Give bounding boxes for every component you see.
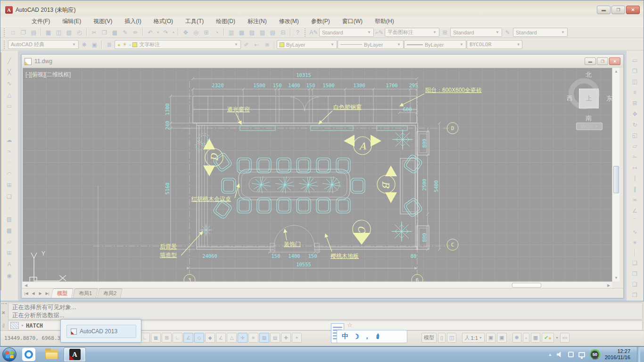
taskbar-thumbnail-popup[interactable]: AutoCAD 2013 bbox=[60, 319, 141, 343]
dynamic-ucs-button[interactable]: △ bbox=[227, 333, 237, 343]
viewcube-north[interactable]: 北 bbox=[586, 71, 592, 79]
toolbar-button[interactable] bbox=[86, 27, 87, 36]
tray-expand-icon[interactable]: ▲ bbox=[548, 353, 552, 357]
toolbar-grip[interactable] bbox=[305, 28, 307, 37]
antivirus-score-icon[interactable]: 50 bbox=[590, 349, 600, 360]
arc-icon[interactable]: ⌒ bbox=[4, 112, 14, 122]
infer-constraints-button[interactable]: ∟ bbox=[140, 333, 150, 343]
workspace-switching-button[interactable]: ❋ bbox=[512, 333, 521, 343]
pan-icon[interactable]: ✥ bbox=[181, 27, 190, 37]
viewport-controls[interactable]: [-][俯视][二维线框] bbox=[25, 71, 71, 79]
zoom-realtime-icon[interactable]: ◎ bbox=[191, 27, 201, 37]
toolbar-button[interactable] bbox=[41, 27, 41, 36]
minimize-button[interactable]: ▬ bbox=[597, 6, 611, 14]
revision-cloud-icon[interactable]: ☁ bbox=[4, 135, 14, 145]
ellipse-icon[interactable]: ◌ bbox=[4, 157, 14, 167]
horizontal-scrollbar[interactable]: ◀ ▶ bbox=[23, 281, 612, 288]
drawing-title-bar[interactable]: 11.dwg ▬ ❐ ✕ bbox=[22, 55, 623, 68]
menu-tools[interactable]: 工具(T) bbox=[185, 17, 204, 25]
plot-style-combo[interactable]: BYCOLOR▼ bbox=[467, 40, 522, 49]
command-grip[interactable] bbox=[1, 303, 7, 307]
bring-to-front-icon[interactable]: ❏ bbox=[630, 258, 640, 268]
network-icon[interactable] bbox=[578, 352, 585, 357]
ime-wrench-icon[interactable]: ✐ bbox=[373, 332, 382, 341]
spline-icon[interactable]: ≈ bbox=[4, 146, 14, 156]
trim-icon[interactable]: ✁ bbox=[630, 152, 640, 162]
tab-first-button[interactable]: |◀ bbox=[23, 291, 30, 296]
zoom-previous-icon[interactable]: ◔ bbox=[212, 27, 222, 37]
tab-next-button[interactable]: ▶ bbox=[37, 291, 44, 296]
paste-icon[interactable]: ▩ bbox=[110, 27, 120, 37]
lineweight-button[interactable]: ≡ bbox=[248, 333, 258, 343]
tab-last-button[interactable]: ▶| bbox=[44, 291, 51, 296]
command-wrench-icon[interactable]: ✐ bbox=[0, 321, 8, 329]
save-workspace-icon[interactable]: ▣ bbox=[90, 40, 99, 49]
insert-block-icon[interactable]: ⊞ bbox=[4, 180, 14, 190]
tab-layout2[interactable]: 布局2 bbox=[97, 288, 123, 298]
horizontal-scroll-thumb[interactable] bbox=[512, 283, 541, 288]
match-properties-icon[interactable]: ✎ bbox=[120, 27, 130, 37]
designcenter-icon[interactable]: ▦ bbox=[237, 27, 247, 37]
show-desktop-button[interactable] bbox=[637, 347, 640, 362]
volume-icon[interactable] bbox=[557, 352, 563, 357]
selection-cycling-button[interactable]: ✚ bbox=[281, 333, 291, 343]
dynamic-input-button[interactable]: ✛ bbox=[238, 333, 248, 343]
menu-insert[interactable]: 插入(I) bbox=[124, 17, 141, 25]
ime-mode-chinese[interactable]: 中 bbox=[342, 332, 348, 341]
wcs-menu[interactable]: WCS▼ bbox=[576, 123, 603, 130]
menu-view[interactable]: 视图(V) bbox=[93, 17, 112, 25]
workspace-settings-icon[interactable]: ❋ bbox=[79, 40, 89, 49]
scroll-up-icon[interactable]: ▲ bbox=[612, 68, 620, 75]
viewcube-south[interactable]: 南 bbox=[586, 114, 592, 123]
title-bar[interactable]: A AutoCAD 2013 (未响应) ▬ ❐ ✕ bbox=[0, 0, 644, 16]
extend-icon[interactable]: ↦ bbox=[630, 163, 640, 173]
annotation-visibility-button[interactable]: ▣ bbox=[486, 333, 495, 343]
status-menu-icon[interactable]: ▼ bbox=[555, 336, 559, 339]
menu-window[interactable]: 窗口(W) bbox=[342, 17, 363, 25]
doc-restore-button[interactable]: ❐ bbox=[597, 58, 608, 65]
publish-icon[interactable]: ▧ bbox=[64, 27, 74, 37]
markup-icon[interactable]: ▤ bbox=[268, 27, 278, 37]
tool-palettes-icon[interactable]: ▨ bbox=[247, 27, 257, 37]
cut-icon[interactable]: ✂ bbox=[89, 27, 99, 37]
taskbar-autocad-button[interactable]: A bbox=[64, 347, 86, 362]
new-icon[interactable]: □ bbox=[8, 27, 18, 37]
menu-modify[interactable]: 修改(M) bbox=[279, 17, 299, 25]
osnap-button[interactable]: ◇ bbox=[194, 333, 204, 343]
undo-icon[interactable]: ↶ bbox=[145, 27, 155, 37]
chamfer-icon[interactable]: ∠ bbox=[630, 206, 640, 215]
taskbar-qq-browser-button[interactable] bbox=[17, 347, 40, 362]
thumbnail-label[interactable]: AutoCAD 2013 bbox=[66, 325, 136, 338]
toolbar-lock-button[interactable]: ▫ bbox=[523, 333, 529, 343]
properties-icon[interactable]: ▥ bbox=[226, 27, 236, 37]
ime-fullwidth-icon[interactable]: ☽ bbox=[353, 333, 359, 340]
taskbar-explorer-button[interactable] bbox=[41, 347, 63, 362]
join-icon[interactable]: ≍ bbox=[630, 195, 640, 205]
erase-icon[interactable]: ▭ bbox=[630, 56, 640, 65]
sheet-set-icon[interactable]: ▧ bbox=[257, 27, 267, 37]
mirror-icon[interactable]: ◫ bbox=[630, 77, 640, 87]
command-close-icon[interactable]: ✕ bbox=[1, 310, 7, 316]
break-at-point-icon[interactable]: ∣ bbox=[630, 174, 640, 183]
redo-dropdown-icon[interactable]: ▾ bbox=[171, 27, 176, 37]
snap-button[interactable]: ▦ bbox=[151, 333, 161, 343]
etransmit-icon[interactable]: ◴ bbox=[74, 27, 84, 37]
offset-icon[interactable]: ≡ bbox=[630, 88, 640, 97]
block-editor-icon[interactable]: ✏ bbox=[131, 27, 140, 37]
quickview-layouts-button[interactable]: ▯ bbox=[438, 333, 446, 343]
polygon-icon[interactable]: △ bbox=[4, 90, 14, 99]
viewcube-top-face[interactable]: 上 bbox=[579, 89, 599, 108]
circle-icon[interactable]: ○ bbox=[4, 123, 14, 133]
otrack-button[interactable]: ∠ bbox=[216, 333, 226, 343]
blend-curves-icon[interactable]: ∿ bbox=[630, 228, 640, 237]
ime-mode-bar[interactable]: 中 ☽ ， ✐ bbox=[337, 330, 407, 343]
color-combo[interactable]: ByLayer▼ bbox=[277, 40, 337, 49]
polar-button[interactable]: ∠ bbox=[183, 333, 193, 343]
bring-above-icon[interactable]: ❑ bbox=[630, 280, 640, 289]
layer-previous-icon[interactable]: ⇠ bbox=[252, 40, 262, 49]
dim-style-icon[interactable]: ⌐✎ bbox=[374, 27, 384, 37]
toolbar-button[interactable] bbox=[223, 27, 224, 36]
send-to-back-icon[interactable]: ❐ bbox=[630, 269, 640, 279]
command-input[interactable]: HATCH bbox=[26, 322, 43, 329]
menu-file[interactable]: 文件(F) bbox=[32, 17, 50, 25]
